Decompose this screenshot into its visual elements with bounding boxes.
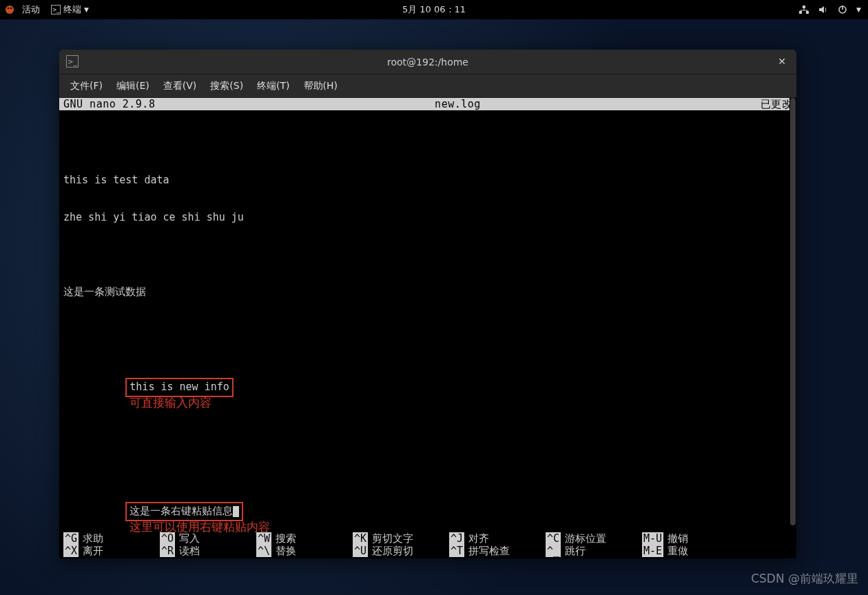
- shortcut-key: ^U: [353, 545, 368, 557]
- highlight-box-1: this is new info: [125, 378, 234, 397]
- menu-view[interactable]: 查看(V): [156, 77, 204, 95]
- shortcut-item: ^O写入: [160, 532, 256, 545]
- shortcut-key: ^C: [546, 532, 561, 545]
- shortcut-key: ^X: [63, 545, 79, 557]
- nano-header: GNU nano 2.9.8 new.log 已更改: [59, 98, 796, 110]
- nano-status: 已更改: [761, 98, 793, 110]
- shortcut-label: 跳行: [565, 545, 586, 557]
- highlight-text: this is new info: [130, 381, 229, 393]
- shortcut-key: ^R: [160, 545, 175, 557]
- menu-file[interactable]: 文件(F): [63, 77, 110, 95]
- svg-point-1: [8, 8, 9, 9]
- shortcut-label: 还原剪切: [372, 545, 413, 557]
- shortcut-key: ^W: [256, 532, 271, 545]
- shortcut-item: ^W搜索: [256, 532, 353, 545]
- svg-point-2: [10, 8, 12, 9]
- shortcut-key: ^O: [160, 532, 175, 545]
- close-button[interactable]: ✕: [774, 54, 789, 69]
- nano-editor-area[interactable]: this is test data zhe shi yi tiao ce shi…: [59, 110, 796, 558]
- window-titlebar[interactable]: >_ root@192:/home ✕: [59, 50, 796, 74]
- highlight-box-2: 这是一条右键粘贴信息: [125, 502, 243, 521]
- scrollbar-thumb[interactable]: [790, 98, 796, 525]
- terminal-icon: >_: [66, 55, 79, 68]
- text-cursor: [233, 506, 239, 517]
- svg-point-0: [6, 6, 14, 14]
- shortcut-item: ^K剪切文字: [353, 532, 449, 545]
- shortcut-label: 写入: [179, 532, 200, 545]
- volume-icon[interactable]: [818, 4, 829, 15]
- network-icon[interactable]: [798, 4, 809, 15]
- svg-rect-4: [806, 11, 809, 14]
- editor-line: zhe shi yi tiao ce shi shu ju: [63, 211, 792, 223]
- shortcut-item: ^T拼写检查: [449, 545, 546, 557]
- shortcut-label: 求助: [83, 532, 103, 545]
- shortcut-item: M-U撤销: [642, 532, 738, 545]
- shortcut-item: M-E重做: [642, 545, 738, 557]
- shortcut-label: 撤销: [668, 532, 688, 545]
- window-title: root@192:/home: [387, 57, 468, 68]
- shortcut-label: 对齐: [468, 532, 489, 545]
- distro-logo-icon: [4, 4, 15, 15]
- shortcut-key: ^G: [63, 532, 79, 545]
- highlight-text: 这是一条右键粘贴信息: [130, 505, 233, 517]
- chevron-down-icon: ▼: [84, 6, 89, 13]
- scrollbar[interactable]: [789, 98, 796, 558]
- shortcut-label: 读档: [179, 545, 200, 557]
- shortcut-item: ^_跳行: [546, 545, 642, 557]
- shortcut-label: 离开: [83, 545, 103, 557]
- chevron-down-icon: ▼: [856, 6, 861, 13]
- shortcut-key: M-U: [642, 532, 663, 545]
- shortcut-label: 搜索: [276, 532, 296, 545]
- shortcut-label: 重做: [668, 545, 688, 557]
- shortcut-key: ^_: [546, 545, 561, 557]
- shortcut-label: 替换: [276, 545, 296, 557]
- shortcut-key: ^T: [449, 545, 464, 557]
- shortcut-item: ^R读档: [160, 545, 256, 557]
- gnome-topbar: 活动 >_ 终端 ▼ 5月 10 06：11 ▼: [0, 0, 868, 19]
- menu-terminal[interactable]: 终端(T): [250, 77, 296, 95]
- annotation-1: 可直接输入内容: [130, 396, 211, 410]
- menu-search[interactable]: 搜索(S): [203, 77, 250, 95]
- shortcut-key: ^K: [353, 532, 368, 545]
- editor-line: 这是一条测试数据: [63, 285, 792, 298]
- shortcut-item: ^G求助: [63, 532, 160, 545]
- shortcut-label: 剪切文字: [372, 532, 413, 545]
- svg-rect-3: [799, 11, 802, 14]
- watermark: CSDN @前端玖耀里: [751, 571, 858, 587]
- menu-edit[interactable]: 编辑(E): [110, 77, 156, 95]
- shortcut-key: M-E: [642, 545, 663, 557]
- shortcut-item: ^C游标位置: [546, 532, 642, 545]
- active-app-indicator[interactable]: >_ 终端 ▼: [47, 3, 93, 16]
- activities-button[interactable]: 活动: [18, 3, 44, 16]
- terminal-window: >_ root@192:/home ✕ 文件(F) 编辑(E) 查看(V) 搜索…: [59, 50, 796, 558]
- shortcut-item: ^X离开: [63, 545, 160, 557]
- shortcut-key: ^J: [449, 532, 464, 545]
- shortcut-item: ^J对齐: [449, 532, 546, 545]
- shortcut-key: ^\: [256, 545, 271, 557]
- active-app-name: 终端: [63, 3, 81, 16]
- editor-line: this is test data: [63, 174, 792, 186]
- terminal-body[interactable]: GNU nano 2.9.8 new.log 已更改 this is test …: [59, 98, 796, 558]
- shortcut-item: ^U还原剪切: [353, 545, 449, 557]
- shortcut-item: ^\替换: [256, 545, 353, 557]
- menubar: 文件(F) 编辑(E) 查看(V) 搜索(S) 终端(T) 帮助(H): [59, 74, 796, 98]
- nano-filename: new.log: [155, 98, 760, 110]
- power-icon[interactable]: [837, 4, 848, 15]
- nano-shortcut-bar: ^G求助^O写入^W搜索^K剪切文字^J对齐^C游标位置M-U撤销 ^X离开^R…: [59, 532, 789, 558]
- shortcut-label: 拼写检查: [468, 545, 510, 557]
- svg-rect-5: [803, 6, 805, 8]
- shortcut-label: 游标位置: [565, 532, 606, 545]
- terminal-icon: >_: [51, 5, 61, 14]
- menu-help[interactable]: 帮助(H): [297, 77, 344, 95]
- clock[interactable]: 5月 10 06：11: [402, 3, 466, 16]
- nano-app-name: GNU nano 2.9.8: [63, 98, 155, 110]
